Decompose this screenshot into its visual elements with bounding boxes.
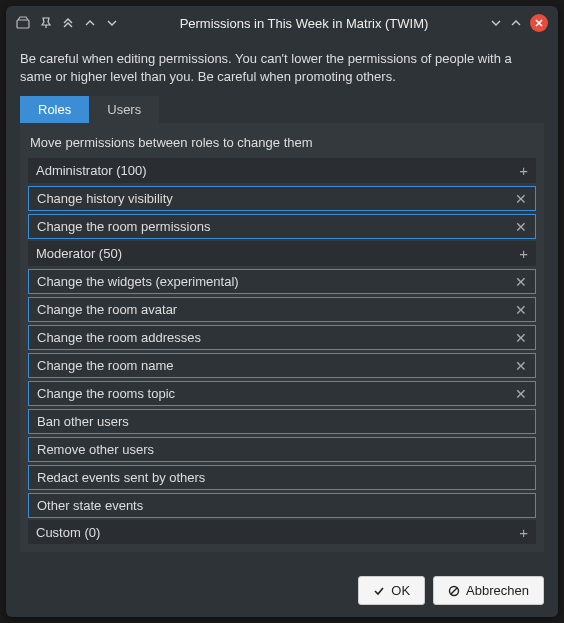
role-label: Moderator (50) — [36, 246, 122, 261]
role-label: Administrator (100) — [36, 163, 147, 178]
permission-label: Change the rooms topic — [37, 386, 175, 401]
warning-text: Be careful when editing permissions. You… — [20, 50, 544, 86]
titlebar-left-icons — [16, 16, 118, 30]
roles-list: Administrator (100)+Change history visib… — [28, 158, 536, 544]
permission-label: Ban other users — [37, 414, 129, 429]
ok-button[interactable]: OK — [358, 576, 425, 605]
chevron-down-icon[interactable] — [490, 17, 502, 29]
permission-label: Change the room name — [37, 358, 174, 373]
plus-icon[interactable]: + — [519, 163, 528, 178]
panel-header: Move permissions between roles to change… — [28, 131, 536, 158]
titlebar-right-icons — [490, 14, 548, 32]
plus-icon[interactable]: + — [519, 525, 528, 540]
permission-row[interactable]: Change the rooms topic✕ — [28, 381, 536, 406]
tabs: Roles Users — [20, 96, 159, 123]
tab-roles[interactable]: Roles — [20, 96, 89, 123]
dialog-content: Be careful when editing permissions. You… — [6, 40, 558, 564]
permission-label: Remove other users — [37, 442, 154, 457]
permission-label: Change the room avatar — [37, 302, 177, 317]
close-button[interactable] — [530, 14, 548, 32]
permission-label: Other state events — [37, 498, 143, 513]
titlebar: Permissions in This Week in Matrix (TWIM… — [6, 6, 558, 40]
permission-row[interactable]: Change the room avatar✕ — [28, 297, 536, 322]
role-header[interactable]: Moderator (50)+ — [28, 241, 536, 266]
role-label: Custom (0) — [36, 525, 100, 540]
cancel-icon — [448, 585, 460, 597]
chevron-down-small-icon[interactable] — [106, 17, 118, 29]
cancel-button[interactable]: Abbrechen — [433, 576, 544, 605]
dialog-window: Permissions in This Week in Matrix (TWIM… — [6, 6, 558, 617]
check-icon — [373, 585, 385, 597]
permission-label: Change the room addresses — [37, 330, 201, 345]
permission-row[interactable]: Change the room permissions✕ — [28, 214, 536, 239]
permission-row[interactable]: Change the widgets (experimental)✕ — [28, 269, 536, 294]
remove-icon[interactable]: ✕ — [515, 387, 527, 401]
remove-icon[interactable]: ✕ — [515, 220, 527, 234]
permission-row[interactable]: Change the room addresses✕ — [28, 325, 536, 350]
app-icon — [16, 16, 30, 30]
permission-label: Change the room permissions — [37, 219, 210, 234]
remove-icon[interactable]: ✕ — [515, 192, 527, 206]
close-icon — [534, 18, 544, 28]
permission-row[interactable]: Change history visibility✕ — [28, 186, 536, 211]
permission-row[interactable]: Change the room name✕ — [28, 353, 536, 378]
permission-label: Redact events sent by others — [37, 470, 205, 485]
pin-icon[interactable] — [40, 17, 52, 29]
role-header[interactable]: Custom (0)+ — [28, 520, 536, 544]
permission-label: Change the widgets (experimental) — [37, 274, 239, 289]
tab-users[interactable]: Users — [89, 96, 159, 123]
chevron-up-right-icon[interactable] — [510, 17, 522, 29]
remove-icon[interactable]: ✕ — [515, 303, 527, 317]
remove-icon[interactable]: ✕ — [515, 331, 527, 345]
role-header[interactable]: Administrator (100)+ — [28, 158, 536, 183]
double-chevron-up-icon[interactable] — [62, 17, 74, 29]
svg-rect-0 — [17, 20, 29, 28]
roles-panel: Move permissions between roles to change… — [20, 123, 544, 552]
chevron-up-icon[interactable] — [84, 17, 96, 29]
permission-row[interactable]: Redact events sent by others — [28, 465, 536, 490]
permission-row[interactable]: Remove other users — [28, 437, 536, 462]
plus-icon[interactable]: + — [519, 246, 528, 261]
permission-row[interactable]: Ban other users — [28, 409, 536, 434]
permission-row[interactable]: Other state events — [28, 493, 536, 518]
permission-label: Change history visibility — [37, 191, 173, 206]
ok-label: OK — [391, 583, 410, 598]
dialog-footer: OK Abbrechen — [6, 564, 558, 617]
remove-icon[interactable]: ✕ — [515, 359, 527, 373]
cancel-label: Abbrechen — [466, 583, 529, 598]
window-title: Permissions in This Week in Matrix (TWIM… — [118, 16, 490, 31]
remove-icon[interactable]: ✕ — [515, 275, 527, 289]
